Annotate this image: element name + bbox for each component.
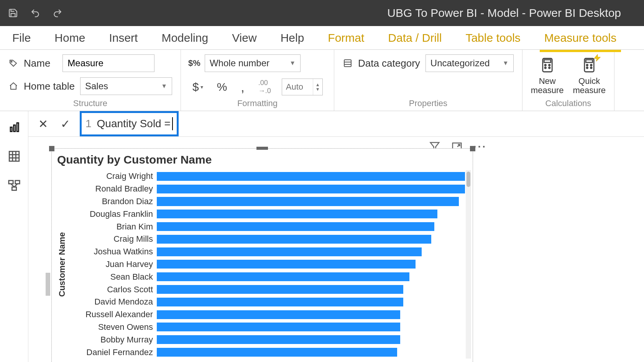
bar-row — [157, 246, 465, 258]
bar[interactable] — [157, 185, 465, 193]
bar[interactable] — [157, 222, 434, 231]
ribbon-tab-modeling[interactable]: Modeling — [157, 29, 213, 47]
svg-rect-27 — [12, 187, 16, 190]
bar-row — [157, 346, 465, 359]
vertical-scrollbar[interactable] — [466, 170, 471, 359]
chart-bars — [157, 170, 465, 359]
format-icon: $% — [189, 58, 199, 68]
svg-point-15 — [591, 67, 592, 69]
thousands-button[interactable]: , — [238, 78, 247, 96]
file-tab[interactable]: File — [4, 26, 39, 49]
cancel-formula-icon[interactable]: ✕ — [35, 117, 51, 131]
category-label: David Mendoza — [69, 296, 157, 308]
new-measure-button[interactable]: New measure — [531, 56, 564, 95]
y-axis-label: Customer Name — [56, 232, 69, 297]
bar-row — [157, 233, 465, 246]
percent-button[interactable]: % — [214, 79, 230, 95]
bar-row — [157, 183, 465, 195]
bar-row — [157, 220, 465, 233]
category-label: Steven Owens — [69, 321, 157, 334]
ribbon-tab-view[interactable]: View — [227, 29, 261, 47]
tag-icon — [8, 58, 18, 68]
scroll-indicator[interactable] — [46, 273, 50, 296]
data-category-select[interactable]: Uncategorized ▼ — [426, 54, 514, 72]
bar[interactable] — [157, 298, 403, 306]
svg-point-14 — [586, 67, 588, 69]
category-label: Brian Kim — [69, 220, 157, 233]
bar[interactable] — [157, 335, 400, 344]
bar-chart-visual[interactable]: Quantity by Customer Name Customer Name … — [51, 148, 473, 362]
quick-measure-button[interactable]: Quick measure — [573, 56, 606, 95]
svg-rect-17 — [10, 127, 12, 131]
ribbon-tab-table-tools[interactable]: Table tools — [461, 29, 525, 47]
currency-button[interactable]: $ ▾ — [189, 79, 206, 95]
category-label: Douglas Franklin — [69, 208, 157, 220]
formula-input[interactable]: 1 Quantity Sold = — [80, 111, 179, 136]
bar-row — [157, 321, 465, 334]
svg-point-7 — [549, 64, 550, 66]
bar[interactable] — [157, 210, 437, 218]
bar[interactable] — [157, 197, 459, 206]
format-value: Whole number — [210, 58, 269, 69]
bar[interactable] — [157, 235, 431, 244]
bar[interactable] — [157, 285, 403, 294]
data-category-value: Uncategorized — [430, 58, 490, 69]
quick-measure-label: Quick measure — [573, 77, 606, 95]
svg-rect-25 — [8, 180, 13, 184]
chart-body: Customer Name Craig WrightRonald Bradley… — [56, 170, 465, 359]
category-label: Brandon Diaz — [69, 195, 157, 208]
home-table-label: Home table — [24, 80, 75, 92]
home-table-select[interactable]: Sales ▼ — [80, 77, 172, 95]
svg-rect-5 — [544, 60, 551, 62]
svg-point-13 — [591, 64, 592, 66]
resize-handle[interactable] — [256, 147, 268, 150]
chevron-down-icon: ▼ — [161, 83, 167, 90]
bar[interactable] — [157, 348, 397, 357]
ribbon-tab-format[interactable]: Format — [323, 29, 369, 47]
bar-row — [157, 270, 465, 283]
bar-row — [157, 258, 465, 271]
stepper-arrows[interactable]: ▲▼ — [313, 79, 322, 95]
group-label-formatting: Formatting — [189, 98, 325, 108]
bar[interactable] — [157, 260, 416, 269]
data-view-icon[interactable] — [7, 149, 22, 164]
scrollbar-thumb[interactable] — [467, 172, 470, 187]
bar[interactable] — [157, 323, 400, 331]
svg-rect-20 — [9, 151, 19, 161]
category-label: Sean Black — [69, 270, 157, 283]
category-label: Daniel Fernandez — [69, 346, 157, 359]
bar[interactable] — [157, 272, 409, 281]
data-category-label: Data category — [358, 57, 420, 69]
category-label: Russell Alexander — [69, 308, 157, 321]
decimals-stepper[interactable]: ▲▼ — [282, 79, 323, 95]
undo-icon[interactable] — [30, 8, 41, 18]
ribbon-tab-measure-tools[interactable]: Measure tools — [540, 29, 621, 47]
ribbon-tab-help[interactable]: Help — [276, 29, 309, 47]
group-label-calculations: Calculations — [531, 98, 606, 108]
resize-handle[interactable] — [470, 146, 475, 151]
ribbon-tab-insert[interactable]: Insert — [104, 29, 142, 47]
resize-handle[interactable] — [49, 146, 54, 151]
chevron-down-icon: ▼ — [503, 60, 509, 67]
ribbon-tab-data-drill[interactable]: Data / Drill — [383, 29, 446, 47]
decimals-input[interactable] — [282, 79, 313, 95]
model-view-icon[interactable] — [7, 178, 22, 193]
svg-point-0 — [11, 61, 12, 62]
quick-measure-icon — [580, 56, 598, 74]
svg-rect-11 — [586, 60, 593, 62]
category-label: Ronald Bradley — [69, 183, 157, 195]
bar[interactable] — [157, 172, 465, 181]
bar[interactable] — [157, 247, 422, 256]
report-view-icon[interactable] — [7, 120, 22, 135]
bar[interactable] — [157, 310, 400, 319]
report-canvas[interactable]: ··· Quantity by Customer Name Customer N… — [28, 137, 644, 362]
save-icon[interactable] — [8, 8, 18, 18]
redo-icon[interactable] — [52, 8, 63, 18]
group-structure: Name Home table Sales ▼ Structure — [0, 50, 181, 111]
ribbon-tab-home[interactable]: Home — [50, 29, 90, 47]
commit-formula-icon[interactable]: ✓ — [58, 117, 73, 131]
group-label-structure: Structure — [8, 98, 172, 108]
measure-name-input[interactable] — [62, 54, 154, 72]
format-select[interactable]: Whole number ▼ — [205, 54, 301, 72]
decimal-button[interactable]: .00→.0 — [255, 77, 274, 97]
